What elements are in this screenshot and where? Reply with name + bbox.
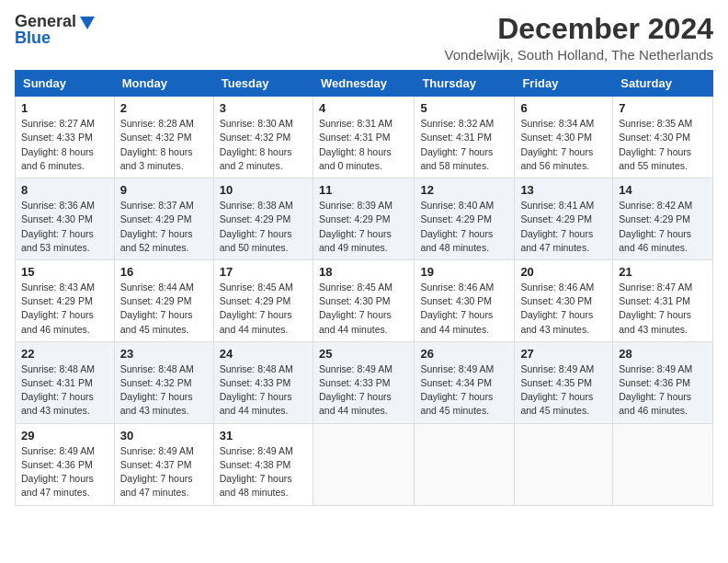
day-info: Sunrise: 8:28 AM Sunset: 4:32 PM Dayligh…	[120, 117, 208, 173]
day-info: Sunrise: 8:31 AM Sunset: 4:31 PM Dayligh…	[319, 117, 408, 173]
day-number: 27	[520, 347, 607, 361]
day-cell: 28Sunrise: 8:49 AM Sunset: 4:36 PM Dayli…	[613, 341, 713, 423]
day-number: 13	[520, 183, 607, 197]
header-row: Sunday Monday Tuesday Wednesday Thursday…	[16, 71, 713, 97]
day-cell: 15Sunrise: 8:43 AM Sunset: 4:29 PM Dayli…	[16, 259, 115, 341]
day-cell: 23Sunrise: 8:48 AM Sunset: 4:32 PM Dayli…	[114, 341, 213, 423]
week-row-4: 22Sunrise: 8:48 AM Sunset: 4:31 PM Dayli…	[16, 341, 713, 423]
col-saturday: Saturday	[613, 71, 713, 97]
day-number: 3	[220, 101, 307, 115]
day-number: 4	[319, 101, 408, 115]
week-row-1: 1Sunrise: 8:27 AM Sunset: 4:33 PM Daylig…	[16, 97, 713, 178]
day-number: 18	[319, 265, 408, 279]
day-info: Sunrise: 8:48 AM Sunset: 4:31 PM Dayligh…	[21, 362, 108, 419]
week-row-3: 15Sunrise: 8:43 AM Sunset: 4:29 PM Dayli…	[16, 259, 713, 341]
page: General Blue December 2024 Vondelwijk, S…	[0, 0, 728, 563]
day-info: Sunrise: 8:48 AM Sunset: 4:32 PM Dayligh…	[120, 362, 208, 419]
col-thursday: Thursday	[415, 71, 515, 97]
col-monday: Monday	[114, 71, 213, 97]
day-info: Sunrise: 8:32 AM Sunset: 4:31 PM Dayligh…	[420, 117, 508, 173]
day-cell	[415, 423, 515, 505]
day-cell: 26Sunrise: 8:49 AM Sunset: 4:34 PM Dayli…	[415, 341, 515, 423]
day-cell	[313, 423, 414, 505]
day-cell: 13Sunrise: 8:41 AM Sunset: 4:29 PM Dayli…	[515, 178, 613, 260]
day-number: 8	[21, 183, 108, 197]
day-info: Sunrise: 8:49 AM Sunset: 4:38 PM Dayligh…	[220, 444, 307, 500]
day-info: Sunrise: 8:34 AM Sunset: 4:30 PM Dayligh…	[520, 117, 607, 173]
day-info: Sunrise: 8:43 AM Sunset: 4:29 PM Dayligh…	[21, 281, 108, 337]
day-number: 26	[420, 347, 508, 361]
day-cell	[613, 423, 713, 505]
day-cell: 25Sunrise: 8:49 AM Sunset: 4:33 PM Dayli…	[313, 341, 414, 423]
day-number: 24	[220, 347, 307, 361]
day-cell: 6Sunrise: 8:34 AM Sunset: 4:30 PM Daylig…	[515, 97, 613, 178]
day-info: Sunrise: 8:44 AM Sunset: 4:29 PM Dayligh…	[120, 281, 208, 337]
week-row-2: 8Sunrise: 8:36 AM Sunset: 4:30 PM Daylig…	[16, 178, 713, 260]
day-cell: 11Sunrise: 8:39 AM Sunset: 4:29 PM Dayli…	[313, 178, 414, 260]
day-info: Sunrise: 8:39 AM Sunset: 4:29 PM Dayligh…	[319, 199, 408, 255]
day-number: 14	[619, 183, 707, 197]
day-number: 5	[420, 101, 508, 115]
day-info: Sunrise: 8:48 AM Sunset: 4:33 PM Dayligh…	[220, 362, 307, 419]
col-sunday: Sunday	[16, 71, 115, 97]
day-cell: 19Sunrise: 8:46 AM Sunset: 4:30 PM Dayli…	[415, 259, 515, 341]
day-cell: 10Sunrise: 8:38 AM Sunset: 4:29 PM Dayli…	[213, 178, 313, 260]
day-number: 19	[420, 265, 508, 279]
day-number: 28	[619, 347, 707, 361]
logo: General Blue	[15, 13, 97, 48]
day-info: Sunrise: 8:27 AM Sunset: 4:33 PM Dayligh…	[21, 117, 108, 173]
day-cell: 21Sunrise: 8:47 AM Sunset: 4:31 PM Dayli…	[613, 259, 713, 341]
day-cell: 20Sunrise: 8:46 AM Sunset: 4:30 PM Dayli…	[515, 259, 613, 341]
day-cell: 12Sunrise: 8:40 AM Sunset: 4:29 PM Dayli…	[415, 178, 515, 260]
day-number: 2	[120, 101, 208, 115]
day-number: 1	[21, 101, 108, 115]
day-cell: 5Sunrise: 8:32 AM Sunset: 4:31 PM Daylig…	[415, 97, 515, 178]
day-info: Sunrise: 8:49 AM Sunset: 4:35 PM Dayligh…	[520, 362, 607, 419]
day-cell: 3Sunrise: 8:30 AM Sunset: 4:32 PM Daylig…	[213, 97, 313, 178]
day-number: 25	[319, 347, 408, 361]
day-info: Sunrise: 8:38 AM Sunset: 4:29 PM Dayligh…	[220, 199, 307, 255]
day-cell: 1Sunrise: 8:27 AM Sunset: 4:33 PM Daylig…	[16, 97, 115, 178]
day-info: Sunrise: 8:42 AM Sunset: 4:29 PM Dayligh…	[619, 199, 707, 255]
day-info: Sunrise: 8:46 AM Sunset: 4:30 PM Dayligh…	[420, 281, 508, 337]
col-wednesday: Wednesday	[313, 71, 414, 97]
day-number: 21	[619, 265, 707, 279]
day-cell: 14Sunrise: 8:42 AM Sunset: 4:29 PM Dayli…	[613, 178, 713, 260]
day-number: 9	[120, 183, 208, 197]
day-cell: 18Sunrise: 8:45 AM Sunset: 4:30 PM Dayli…	[313, 259, 414, 341]
day-number: 10	[220, 183, 307, 197]
day-number: 30	[120, 429, 208, 442]
day-info: Sunrise: 8:37 AM Sunset: 4:29 PM Dayligh…	[120, 199, 208, 255]
day-cell: 27Sunrise: 8:49 AM Sunset: 4:35 PM Dayli…	[515, 341, 613, 423]
day-info: Sunrise: 8:46 AM Sunset: 4:30 PM Dayligh…	[520, 281, 607, 337]
day-number: 7	[619, 101, 707, 115]
col-friday: Friday	[515, 71, 613, 97]
day-number: 20	[520, 265, 607, 279]
day-cell: 17Sunrise: 8:45 AM Sunset: 4:29 PM Dayli…	[213, 259, 313, 341]
day-cell: 16Sunrise: 8:44 AM Sunset: 4:29 PM Dayli…	[114, 259, 213, 341]
day-info: Sunrise: 8:49 AM Sunset: 4:37 PM Dayligh…	[120, 444, 208, 500]
day-cell: 22Sunrise: 8:48 AM Sunset: 4:31 PM Dayli…	[16, 341, 115, 423]
day-number: 17	[220, 265, 307, 279]
day-cell: 4Sunrise: 8:31 AM Sunset: 4:31 PM Daylig…	[313, 97, 414, 178]
day-info: Sunrise: 8:49 AM Sunset: 4:36 PM Dayligh…	[21, 444, 108, 500]
day-cell	[515, 423, 613, 505]
day-cell: 2Sunrise: 8:28 AM Sunset: 4:32 PM Daylig…	[114, 97, 213, 178]
day-number: 15	[21, 265, 108, 279]
day-cell: 24Sunrise: 8:48 AM Sunset: 4:33 PM Dayli…	[213, 341, 313, 423]
day-number: 22	[21, 347, 108, 361]
day-info: Sunrise: 8:30 AM Sunset: 4:32 PM Dayligh…	[220, 117, 307, 173]
day-info: Sunrise: 8:49 AM Sunset: 4:33 PM Dayligh…	[319, 362, 408, 419]
day-info: Sunrise: 8:45 AM Sunset: 4:30 PM Dayligh…	[319, 281, 408, 337]
svg-marker-0	[80, 17, 95, 29]
day-info: Sunrise: 8:35 AM Sunset: 4:30 PM Dayligh…	[619, 117, 707, 173]
day-cell: 31Sunrise: 8:49 AM Sunset: 4:38 PM Dayli…	[213, 423, 313, 505]
day-number: 16	[120, 265, 208, 279]
col-tuesday: Tuesday	[213, 71, 313, 97]
logo-arrow-icon	[78, 13, 97, 31]
day-info: Sunrise: 8:41 AM Sunset: 4:29 PM Dayligh…	[520, 199, 607, 255]
day-info: Sunrise: 8:45 AM Sunset: 4:29 PM Dayligh…	[220, 281, 307, 337]
week-row-5: 29Sunrise: 8:49 AM Sunset: 4:36 PM Dayli…	[16, 423, 713, 505]
day-number: 29	[21, 429, 108, 442]
day-info: Sunrise: 8:47 AM Sunset: 4:31 PM Dayligh…	[619, 281, 707, 337]
